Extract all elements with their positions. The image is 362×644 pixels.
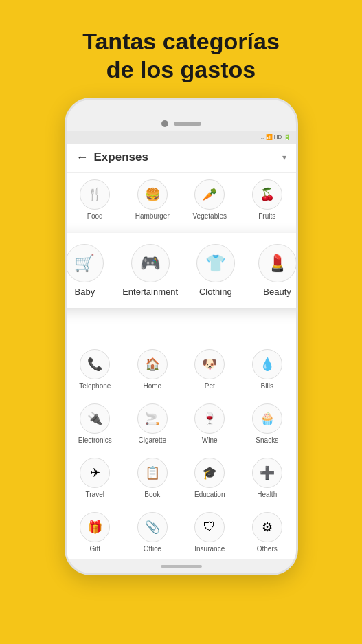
hamburger-label: Hamburger bbox=[135, 212, 170, 220]
gift-icon: 🎁 bbox=[80, 512, 110, 542]
others-icon: ⚙ bbox=[252, 512, 282, 542]
category-grid-row5: ✈ Travel 📋 Book 🎓 Education ➕ Health bbox=[67, 451, 296, 505]
fruits-icon: 🍒 bbox=[252, 179, 282, 210]
clothing-icon: 👕 bbox=[196, 244, 235, 282]
back-button[interactable]: ← bbox=[76, 151, 89, 165]
headline-line2: de los gastos bbox=[106, 56, 256, 82]
cat-education[interactable]: 🎓 Education bbox=[181, 451, 239, 505]
home-icon: 🏠 bbox=[137, 349, 168, 379]
electronics-label: Electronics bbox=[78, 436, 112, 444]
status-icons: ... 📶 HD 🔋 bbox=[260, 134, 291, 140]
health-label: Health bbox=[257, 491, 277, 498]
office-icon: 📎 bbox=[137, 512, 168, 542]
entertainment-icon: 🎮 bbox=[131, 244, 170, 282]
insurance-icon: 🛡 bbox=[194, 512, 225, 542]
float-baby[interactable]: 🛒 Baby bbox=[65, 244, 109, 297]
education-label: Education bbox=[194, 491, 225, 498]
category-grid-row4: 🔌 Electronics 🚬 Cigarette 🍷 Wine 🧁 Snack… bbox=[67, 397, 296, 451]
beauty-label: Beauty bbox=[263, 287, 291, 297]
status-bar: ... 📶 HD 🔋 bbox=[67, 131, 296, 144]
cat-gift[interactable]: 🎁 Gift bbox=[67, 505, 124, 559]
camera bbox=[161, 120, 168, 127]
screen-title: Expenses bbox=[94, 151, 277, 164]
beauty-icon: 💄 bbox=[258, 244, 297, 282]
cat-food[interactable]: 🍴 Food bbox=[67, 173, 124, 227]
vegetables-label: Vegetables bbox=[193, 212, 227, 220]
education-icon: 🎓 bbox=[194, 458, 225, 488]
category-grid-row3: 📞 Telephone 🏠 Home 🐶 Pet 💧 Bills bbox=[67, 342, 296, 397]
travel-label: Travel bbox=[86, 491, 104, 498]
headline-line1: Tantas categorías bbox=[82, 28, 280, 54]
cat-book[interactable]: 📋 Book bbox=[124, 451, 181, 505]
floating-category-row: 🛒 Baby 🎮 Entertainment 👕 Clothing 💄 Beau… bbox=[65, 233, 298, 308]
screen-container: 🍴 Food 🍔 Hamburger 🥕 Vegetables 🍒 Fruits bbox=[67, 173, 296, 559]
float-beauty[interactable]: 💄 Beauty bbox=[253, 244, 298, 297]
cat-bills[interactable]: 💧 Bills bbox=[238, 342, 296, 397]
category-grid-row6: 🎁 Gift 📎 Office 🛡 Insurance ⚙ Others bbox=[67, 505, 296, 559]
vegetables-icon: 🥕 bbox=[194, 179, 225, 210]
book-label: Book bbox=[144, 491, 160, 498]
phone: ... 📶 HD 🔋 ← Expenses ▾ 🍴 Food 🍔 bbox=[65, 98, 298, 575]
cat-fruits[interactable]: 🍒 Fruits bbox=[238, 173, 296, 227]
wine-label: Wine bbox=[202, 436, 218, 444]
cat-snacks[interactable]: 🧁 Snacks bbox=[238, 397, 296, 451]
phone-wrapper: ... 📶 HD 🔋 ← Expenses ▾ 🍴 Food 🍔 bbox=[58, 98, 305, 644]
bills-icon: 💧 bbox=[252, 349, 282, 379]
telephone-label: Telephone bbox=[79, 382, 111, 390]
cat-electronics[interactable]: 🔌 Electronics bbox=[67, 397, 124, 451]
cat-health[interactable]: ➕ Health bbox=[238, 451, 296, 505]
entertainment-label: Entertainment bbox=[122, 287, 178, 297]
speaker bbox=[174, 122, 201, 126]
app-screen: ← Expenses ▾ 🍴 Food 🍔 Hamburger 🥕 bbox=[67, 144, 296, 559]
health-icon: ➕ bbox=[252, 458, 282, 488]
cat-pet[interactable]: 🐶 Pet bbox=[181, 342, 239, 397]
bills-label: Bills bbox=[261, 382, 273, 390]
insurance-label: Insurance bbox=[194, 545, 225, 553]
cat-others[interactable]: ⚙ Others bbox=[238, 505, 296, 559]
cat-travel[interactable]: ✈ Travel bbox=[67, 451, 124, 505]
gift-label: Gift bbox=[89, 545, 100, 553]
cat-insurance[interactable]: 🛡 Insurance bbox=[181, 505, 239, 559]
fruits-label: Fruits bbox=[258, 212, 275, 220]
cat-cigarette[interactable]: 🚬 Cigarette bbox=[124, 397, 181, 451]
food-label: Food bbox=[87, 212, 103, 220]
clothing-label: Clothing bbox=[199, 287, 232, 297]
food-icon: 🍴 bbox=[80, 179, 110, 210]
others-label: Others bbox=[257, 545, 278, 553]
cigarette-icon: 🚬 bbox=[137, 403, 168, 434]
cat-home[interactable]: 🏠 Home bbox=[124, 342, 181, 397]
snacks-icon: 🧁 bbox=[252, 403, 282, 434]
phone-top bbox=[67, 120, 296, 127]
baby-label: Baby bbox=[75, 287, 95, 297]
home-label: Home bbox=[143, 382, 161, 390]
cat-wine[interactable]: 🍷 Wine bbox=[181, 397, 239, 451]
headline: Tantas categorías de los gastos bbox=[62, 0, 300, 98]
home-indicator[interactable] bbox=[161, 565, 202, 568]
office-label: Office bbox=[144, 545, 161, 553]
snacks-label: Snacks bbox=[256, 436, 278, 444]
phone-bottom bbox=[67, 559, 296, 573]
hamburger-icon: 🍔 bbox=[137, 179, 168, 210]
telephone-icon: 📞 bbox=[80, 349, 110, 379]
cat-hamburger[interactable]: 🍔 Hamburger bbox=[124, 173, 181, 227]
dropdown-icon[interactable]: ▾ bbox=[282, 153, 286, 162]
cigarette-label: Cigarette bbox=[138, 436, 166, 444]
cat-telephone[interactable]: 📞 Telephone bbox=[67, 342, 124, 397]
float-clothing[interactable]: 👕 Clothing bbox=[192, 244, 240, 297]
electronics-icon: 🔌 bbox=[80, 403, 110, 434]
baby-icon: 🛒 bbox=[65, 244, 104, 282]
cat-office[interactable]: 📎 Office bbox=[124, 505, 181, 559]
book-icon: 📋 bbox=[137, 458, 168, 488]
app-header: ← Expenses ▾ bbox=[67, 144, 296, 173]
category-grid-row1: 🍴 Food 🍔 Hamburger 🥕 Vegetables 🍒 Fruits bbox=[67, 173, 296, 227]
wine-icon: 🍷 bbox=[194, 403, 225, 434]
float-entertainment[interactable]: 🎮 Entertainment bbox=[122, 244, 178, 297]
cat-vegetables[interactable]: 🥕 Vegetables bbox=[181, 173, 239, 227]
travel-icon: ✈ bbox=[80, 458, 110, 488]
pet-label: Pet bbox=[205, 382, 215, 390]
pet-icon: 🐶 bbox=[194, 349, 225, 379]
